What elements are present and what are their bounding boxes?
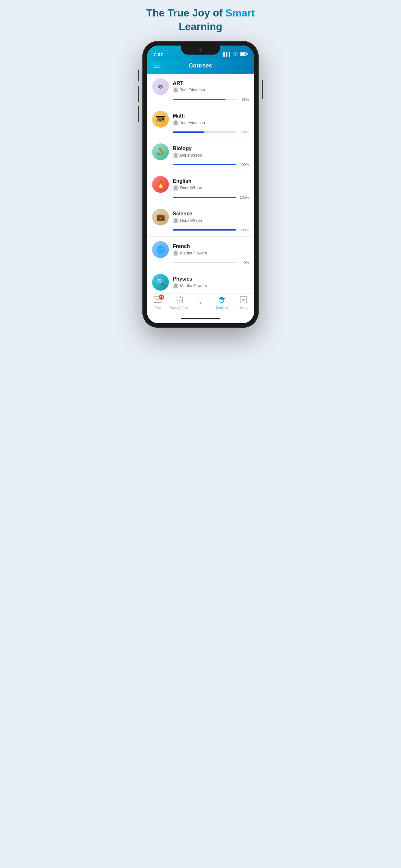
course-icon-emoji: 🔍 [156, 278, 165, 286]
course-info: Science Doris Wilson [173, 211, 249, 223]
progress-row: 100% [152, 228, 249, 235]
course-icon: 🚴 [152, 144, 169, 160]
course-name: French [173, 244, 249, 249]
teacher-name: Martha Flowers [180, 251, 207, 255]
power-button [262, 80, 263, 99]
course-teacher: Tom Friedman [173, 120, 249, 126]
phone-frame: 7:07 ▌▌▌ [143, 41, 258, 328]
course-teacher: Doris Wilson [173, 185, 249, 191]
course-top: 🔍 Physics Martha Flowers [152, 274, 249, 290]
course-icon: ⌨ [152, 111, 169, 128]
progress-bar-bg [173, 197, 236, 198]
course-icon-emoji: 🔥 [156, 180, 165, 189]
teacher-avatar [173, 87, 179, 93]
course-item[interactable]: 🌐 French Martha Flowers [147, 237, 254, 269]
course-teacher: Tom Friedman [173, 87, 249, 93]
svg-rect-1 [241, 53, 245, 55]
course-top: 🌐 French Martha Flowers [152, 241, 249, 258]
mute-button [138, 70, 139, 82]
nav-item-weekly-plan[interactable]: Weekly Plan [169, 296, 189, 310]
course-teacher: Doris Wilson [173, 152, 249, 158]
course-icon: 🔍 [152, 274, 169, 290]
course-icon-emoji: ⌨ [155, 115, 166, 123]
course-info: French Martha Flowers [173, 244, 249, 256]
course-name: Physics [173, 276, 249, 282]
teacher-avatar [173, 120, 179, 126]
course-item[interactable]: 🔍 Physics Martha Flowers [147, 269, 254, 293]
nav-badge: 11 [159, 294, 164, 300]
course-info: Math Tom Friedman [173, 113, 249, 126]
course-info: ART Tom Friedman [173, 81, 249, 93]
course-name: ART [173, 81, 249, 86]
progress-row: 0% [152, 260, 249, 268]
course-icon-emoji: 🌐 [156, 245, 165, 254]
status-time: 7:07 [153, 52, 163, 57]
nav-item-library[interactable]: Library [234, 296, 253, 310]
volume-up-button [138, 86, 139, 102]
teacher-name: Tom Friedman [180, 88, 205, 92]
teacher-avatar [173, 218, 179, 223]
battery-icon [240, 52, 248, 57]
teacher-name: Tom Friedman [180, 120, 205, 125]
page-wrapper: The True Joy of Smart Learning 7:07 ▌▌▌ [134, 6, 267, 328]
nav-item-home[interactable] [191, 302, 210, 304]
nav-home-dot [199, 302, 202, 304]
course-top: 🚴 Biology Doris Wilson [152, 144, 249, 160]
wifi-icon [233, 52, 238, 57]
progress-bar-bg [173, 99, 236, 100]
nav-label-courses: Courses [216, 306, 228, 310]
course-icon: ⚛ [152, 78, 169, 95]
progress-row: 100% [152, 195, 249, 203]
course-teacher: Doris Wilson [173, 218, 249, 223]
home-indicator [147, 316, 254, 323]
teacher-name: Martha Flowers [180, 283, 207, 288]
progress-row: 100% [152, 163, 249, 170]
teacher-avatar [173, 283, 179, 289]
nav-label-mail: Mail [155, 306, 160, 309]
progress-bar-fill [173, 229, 236, 230]
course-item[interactable]: ⚛ ART Tom Friedman [147, 73, 254, 106]
course-teacher: Martha Flowers [173, 283, 249, 289]
heading-line2: Learning [179, 21, 222, 32]
course-item[interactable]: 🔥 English Doris Wilson [147, 172, 254, 204]
front-camera [199, 49, 202, 52]
teacher-name: Doris Wilson [180, 186, 202, 190]
nav-label-weekly plan: Weekly Plan [170, 306, 188, 310]
progress-bar-fill [173, 131, 204, 133]
progress-percentage: 50% [239, 130, 249, 134]
nav-item-mail[interactable]: 11 Mail [148, 297, 167, 309]
svg-rect-23 [177, 300, 178, 301]
progress-percentage: 100% [239, 228, 249, 232]
course-icon: 💼 [152, 209, 169, 225]
teacher-name: Doris Wilson [180, 218, 202, 223]
nav-label-library: Library [238, 306, 248, 310]
nav-icon-weekly plan [176, 296, 183, 305]
nav-item-courses[interactable]: Courses [212, 296, 232, 310]
progress-percentage: 100% [239, 163, 249, 166]
course-top: 🔥 English Doris Wilson [152, 176, 249, 193]
course-name: English [173, 178, 249, 184]
course-info: Physics Martha Flowers [173, 276, 249, 289]
course-item[interactable]: 💼 Science Doris Wilson [147, 204, 254, 237]
hamburger-button[interactable] [153, 64, 160, 68]
heading-normal: The True Joy of [146, 7, 225, 19]
svg-rect-26 [240, 297, 247, 303]
progress-percentage: 100% [239, 195, 249, 199]
course-item[interactable]: 🚴 Biology Doris Wilson [147, 139, 254, 172]
phone-screen: 7:07 ▌▌▌ [147, 45, 254, 323]
status-icons: ▌▌▌ [223, 52, 248, 57]
course-list: ⚛ ART Tom Friedman [147, 73, 254, 293]
progress-bar-bg [173, 262, 236, 263]
heading-highlight: Smart [225, 7, 255, 19]
course-name: Biology [173, 146, 249, 151]
course-item[interactable]: ⌨ Math Tom Friedman [147, 106, 254, 139]
course-teacher: Martha Flowers [173, 250, 249, 256]
hamburger-line-3 [153, 67, 160, 68]
progress-bar-fill [173, 197, 236, 198]
main-heading: The True Joy of Smart Learning [146, 6, 255, 33]
progress-bar-fill [173, 164, 236, 165]
teacher-avatar [173, 185, 179, 191]
svg-rect-24 [179, 300, 180, 301]
course-icon-emoji: 🚴 [156, 148, 165, 156]
progress-row: 50% [152, 130, 249, 137]
